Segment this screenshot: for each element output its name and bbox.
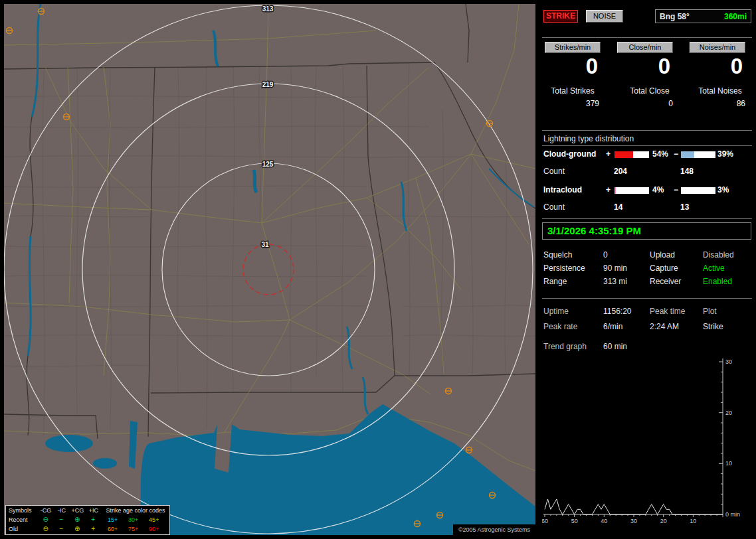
cloud-ground-row: Cloud-ground + 54% − 39% [542, 149, 752, 160]
legend-recent-label: Recent [6, 516, 38, 523]
svg-text:30: 30 [725, 358, 732, 365]
ring-label-313: 313 [262, 5, 274, 13]
range-label: Range [543, 277, 567, 286]
distribution-title: Lightning type distribution [543, 134, 634, 143]
total-noises-label: Total Noises [687, 86, 753, 96]
legend-col-ic-pos: +IC [86, 507, 102, 514]
map-canvas: 313 219 125 31 [4, 4, 535, 535]
plus-sign: + [606, 149, 611, 159]
age-code-30: 30+ [128, 516, 149, 523]
legend-age-header: Strike age color codes [102, 507, 169, 514]
stats-row: Peak rate 6/min 2:24 AM Strike [542, 322, 752, 333]
cg-pos-old-icon: ⊕ [69, 526, 85, 532]
noises-per-min-header[interactable]: Noises/min [690, 42, 745, 53]
separator [542, 130, 752, 131]
intracloud-minus-count: 13 [680, 202, 689, 212]
cloud-ground-plus-pct: 54% [652, 149, 668, 159]
age-code-75: 75+ [128, 526, 149, 532]
ic-pos-old-icon: + [85, 526, 101, 532]
range-value: 313 mi [603, 277, 627, 286]
separator [542, 298, 752, 299]
persistence-value: 90 min [603, 264, 627, 273]
minus-sign: − [674, 149, 678, 159]
separator [542, 145, 752, 146]
lightning-map[interactable]: 313 219 125 31 Symbols -CG -IC +CG +IC S… [4, 4, 535, 535]
minus-sign: − [674, 185, 678, 194]
intracloud-minus-pct: 3% [717, 185, 729, 194]
total-close-label: Total Close [616, 86, 683, 96]
capture-label: Capture [650, 264, 678, 273]
strikes-per-min-header[interactable]: Strikes/min [545, 42, 601, 53]
svg-text:10: 10 [725, 460, 732, 467]
bearing-range-value: 360mi [724, 12, 747, 21]
separator [542, 37, 752, 38]
uptime-value: 1156:20 [603, 307, 632, 316]
cg-pos-recent-icon: ⊕ [69, 516, 85, 523]
plot-value: Strike [703, 322, 723, 331]
legend-col-cg-pos: +CG [70, 507, 86, 514]
svg-text:0 min: 0 min [725, 511, 740, 518]
cg-neg-recent-icon: ⊖ [38, 516, 54, 523]
svg-text:60: 60 [542, 518, 548, 524]
upload-label: Upload [650, 250, 675, 260]
legend-old-label: Old [6, 526, 38, 532]
cloud-ground-minus-pct: 39% [717, 149, 733, 159]
count-label: Count [543, 202, 565, 212]
cg-neg-old-icon: ⊖ [38, 526, 54, 532]
uptime-label: Uptime [543, 307, 569, 316]
svg-text:30: 30 [630, 518, 637, 524]
svg-text:20: 20 [660, 518, 667, 524]
svg-text:20: 20 [725, 410, 732, 416]
close-per-min-value: 0 [616, 54, 673, 78]
settings-row: Squelch 0 Upload Disabled [542, 250, 752, 261]
cloud-ground-minus-count: 148 [680, 167, 694, 176]
peak-time-label: Peak time [650, 307, 685, 316]
trend-graph-plot: 3020106050403020100 min [542, 355, 752, 536]
noise-toggle-button[interactable]: NOISE [586, 10, 623, 23]
close-per-min-header[interactable]: Close/min [617, 42, 673, 53]
cloud-ground-plus-bar [614, 151, 650, 159]
peak-rate-value: 6/min [603, 322, 622, 331]
strikes-per-min-value: 0 [543, 54, 601, 78]
upload-status: Disabled [703, 250, 734, 260]
plot-label: Plot [703, 307, 717, 316]
capture-status: Active [703, 264, 725, 273]
svg-text:10: 10 [690, 518, 696, 524]
bearing-value: Bng 58° [660, 12, 690, 21]
age-code-15: 15+ [108, 516, 128, 523]
noises-per-min-value: 0 [688, 54, 745, 78]
intracloud-plus-pct: 4% [652, 185, 664, 194]
legend-symbols-header: Symbols [6, 507, 38, 514]
svg-text:40: 40 [601, 518, 607, 524]
settings-row: Persistence 90 min Capture Active [542, 264, 752, 274]
squelch-value: 0 [603, 250, 608, 260]
settings-row: Range 313 mi Receiver Enabled [542, 277, 752, 287]
intracloud-minus-bar [680, 187, 716, 194]
intracloud-label: Intracloud [543, 185, 582, 194]
intracloud-plus-bar [614, 187, 650, 194]
ic-pos-recent-icon: + [85, 516, 101, 523]
cloud-ground-plus-count: 204 [614, 167, 627, 176]
intracloud-row: Intracloud + 4% − 3% [542, 185, 752, 196]
trend-graph-header: Trend graph 60 min [542, 342, 752, 352]
age-code-60: 60+ [108, 526, 128, 532]
stats-row: Uptime 1156:20 Peak time Plot [542, 307, 752, 317]
cloud-ground-minus-bar [680, 151, 716, 159]
total-close-value: 0 [617, 99, 673, 108]
trend-graph: 3020106050403020100 min [542, 355, 752, 536]
strike-toggle-button[interactable]: STRIKE [543, 10, 578, 23]
legend-col-ic-neg: -IC [54, 507, 70, 514]
intracloud-count-row: Count 14 13 [542, 202, 752, 213]
receiver-label: Receiver [650, 277, 681, 286]
ring-label-31: 31 [261, 241, 269, 248]
bearing-range-display: Bng 58° 360mi [655, 9, 751, 23]
map-legend: Symbols -CG -IC +CG +IC Strike age color… [5, 505, 170, 535]
age-code-45: 45+ [149, 516, 169, 523]
ring-label-125: 125 [262, 161, 274, 168]
total-strikes-value: 379 [543, 99, 599, 108]
total-noises-value: 86 [690, 99, 745, 108]
legend-col-cg-neg: -CG [38, 507, 54, 514]
intracloud-plus-count: 14 [614, 202, 622, 212]
persistence-label: Persistence [543, 264, 585, 273]
peak-time-value: 2:24 AM [650, 322, 679, 331]
